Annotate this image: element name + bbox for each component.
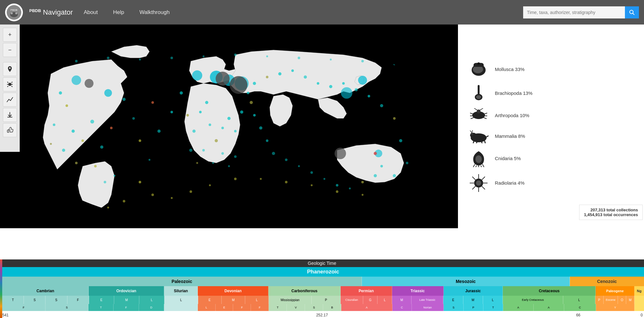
epoch-cret-early[interactable]: Early Cretaceous <box>503 296 563 304</box>
epoch-tri-m[interactable]: M <box>392 296 412 304</box>
mammalia-icon <box>467 129 490 143</box>
search-input[interactable] <box>523 6 625 18</box>
epoch-ord-e[interactable]: E <box>89 296 114 304</box>
epoch-cambrian-s1[interactable]: S <box>24 296 45 304</box>
map-container[interactable] <box>0 25 458 228</box>
epoch-cambrian-f[interactable]: F <box>67 296 89 304</box>
svg-point-79 <box>336 184 338 187</box>
age-ord-t[interactable]: T <box>88 304 114 311</box>
zoom-out-button[interactable]: − <box>3 43 17 57</box>
era-paleozoic[interactable]: Paleozoic <box>2 277 362 286</box>
age-cret-a2[interactable]: A <box>534 304 564 311</box>
age-ord-f[interactable]: F <box>114 304 139 311</box>
epoch-ng[interactable] <box>634 296 644 304</box>
epoch-carb-miss[interactable]: Mississippian <box>269 296 312 304</box>
epoch-cambrian-t[interactable]: T <box>2 296 24 304</box>
era-mesozoic[interactable]: Mesozoic <box>362 277 570 286</box>
nav-walkthrough[interactable]: Walkthrough <box>135 9 174 16</box>
epoch-paleo-p[interactable]: P <box>595 296 604 304</box>
age-sil[interactable] <box>164 304 198 311</box>
epoch-dev-e[interactable]: E <box>198 296 222 304</box>
svg-point-114 <box>139 59 141 60</box>
svg-point-96 <box>374 152 377 155</box>
chart-button[interactable] <box>3 93 17 107</box>
age-tri-c[interactable]: C <box>392 304 412 311</box>
period-paleogene[interactable]: Paleogene <box>596 286 634 296</box>
svg-point-155 <box>475 155 482 163</box>
epoch-ord-m[interactable]: M <box>114 296 139 304</box>
timeline-title: Geologic Time <box>0 259 644 267</box>
age-jur-t[interactable]: T <box>483 304 503 311</box>
epoch-cret-l[interactable]: L <box>563 296 595 304</box>
svg-point-34 <box>81 139 84 142</box>
location-filter-button[interactable] <box>3 62 17 76</box>
age-ng2[interactable] <box>634 304 644 311</box>
epoch-sil-l[interactable]: L <box>164 296 198 304</box>
epoch-carb-p[interactable]: P <box>312 296 341 304</box>
age-row: F S T F D L E F F T V S B A C Norian S P <box>0 304 644 311</box>
period-silurian[interactable]: Silurian <box>164 286 198 296</box>
epoch-eocene[interactable]: Eocene <box>604 296 618 304</box>
epoch-jur-m[interactable]: M <box>463 296 483 304</box>
svg-point-119 <box>298 57 300 59</box>
epoch-dev-l[interactable]: L <box>245 296 269 304</box>
epoch-jur-e[interactable]: E <box>443 296 463 304</box>
download-button[interactable] <box>3 108 17 122</box>
epoch-mio[interactable]: M <box>626 296 634 304</box>
epoch-tri-late[interactable]: Late Triassic <box>412 296 444 304</box>
age-norian[interactable]: Norian <box>412 304 444 311</box>
period-ng[interactable]: Ng <box>634 286 644 296</box>
svg-point-142 <box>471 133 473 135</box>
epoch-jur-l[interactable]: L <box>483 296 503 304</box>
period-permian[interactable]: Permian <box>341 286 392 296</box>
feedback-button[interactable] <box>3 123 17 137</box>
epoch-ord-l[interactable]: L <box>139 296 164 304</box>
age-carb-s[interactable]: S <box>305 304 323 311</box>
period-ordovician[interactable]: Ordovician <box>89 286 164 296</box>
age-cret-a1[interactable]: A <box>503 304 534 311</box>
period-carboniferous[interactable]: Carboniferous <box>268 286 341 296</box>
age-camb-f[interactable]: F <box>2 304 45 311</box>
svg-point-112 <box>75 60 78 62</box>
bug-button[interactable] <box>3 77 17 91</box>
age-dev-l[interactable]: L <box>198 304 216 311</box>
age-jur-s[interactable]: S <box>444 304 463 311</box>
age-perm-a[interactable]: A <box>341 304 392 311</box>
age-dev-e[interactable]: E <box>216 304 233 311</box>
nav-help[interactable]: Help <box>109 9 129 16</box>
period-jurassic[interactable]: Jurassic <box>444 286 503 296</box>
svg-point-104 <box>190 190 192 193</box>
nav-about[interactable]: About <box>79 9 102 16</box>
age-dev-f2[interactable]: F <box>251 304 269 311</box>
epoch-perm-cis[interactable]: Cisuralian <box>341 296 363 304</box>
svg-point-78 <box>349 187 351 189</box>
age-paleo-y[interactable]: Y <box>596 304 634 311</box>
zoom-in-button[interactable]: + <box>3 28 17 42</box>
world-map[interactable] <box>13 29 445 227</box>
age-ord-d[interactable]: D <box>139 304 164 311</box>
svg-point-99 <box>139 181 141 183</box>
period-triassic[interactable]: Triassic <box>392 286 444 296</box>
age-jur-p[interactable]: P <box>464 304 483 311</box>
age-camb-s[interactable]: S <box>45 304 89 311</box>
period-devonian[interactable]: Devonian <box>198 286 268 296</box>
epoch-perm-g[interactable]: G <box>363 296 378 304</box>
period-cambrian[interactable]: Cambrian <box>2 286 89 296</box>
eon-phanerozoic[interactable]: Phanerozoic <box>2 267 644 277</box>
age-carb-b[interactable]: B <box>323 304 341 311</box>
search-button[interactable] <box>625 6 639 18</box>
epoch-dev-m[interactable]: M <box>222 296 245 304</box>
age-carb-t[interactable]: T <box>269 304 287 311</box>
era-cenozoic[interactable]: Cenozoic <box>570 277 644 286</box>
age-dev-f1[interactable]: F <box>233 304 251 311</box>
age-carb-v[interactable]: V <box>287 304 305 311</box>
svg-text:PBDB: PBDB <box>10 9 17 11</box>
svg-point-38 <box>114 175 115 177</box>
svg-point-50 <box>192 130 196 133</box>
epoch-olig[interactable]: O <box>618 296 626 304</box>
svg-point-42 <box>122 98 126 101</box>
epoch-perm-l[interactable]: L <box>377 296 392 304</box>
period-cretaceous[interactable]: Cretaceous <box>503 286 596 296</box>
age-cret-c[interactable]: C <box>564 304 596 311</box>
epoch-cambrian-s2[interactable]: S <box>45 296 67 304</box>
